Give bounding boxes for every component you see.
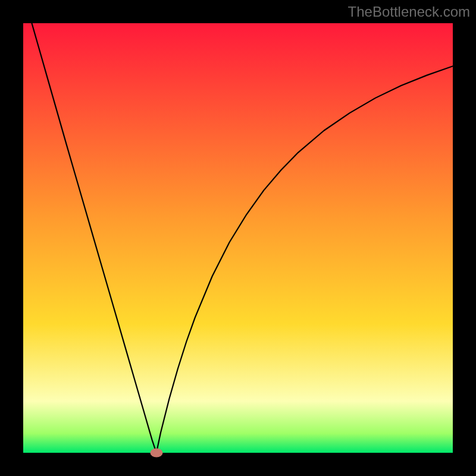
optimum-marker (150, 449, 162, 458)
plot-area (23, 23, 453, 453)
chart-frame: TheBottleneck.com (0, 0, 476, 476)
bottleneck-curve (23, 23, 453, 453)
watermark-text: TheBottleneck.com (348, 4, 470, 20)
